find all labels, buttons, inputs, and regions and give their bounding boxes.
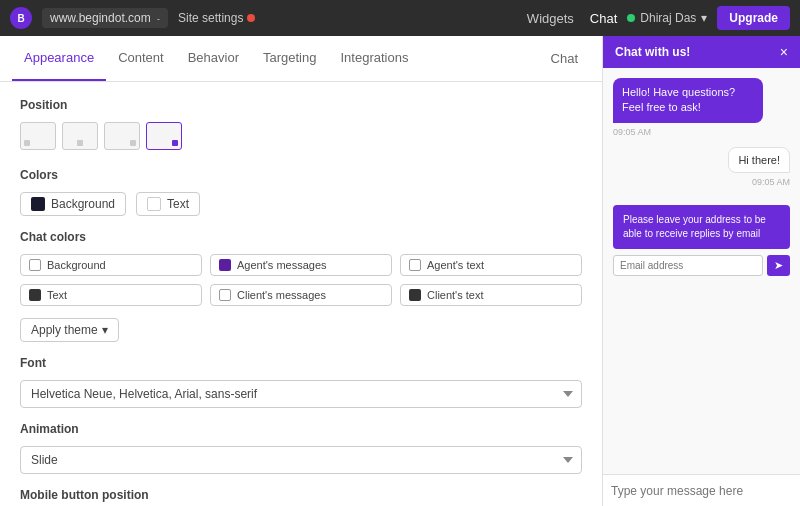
tab-appearance[interactable]: Appearance (12, 36, 106, 81)
url-text: www.begindot.com (50, 11, 151, 25)
chat-colors-label: Chat colors (20, 230, 582, 244)
font-label: Font (20, 356, 582, 370)
agent-msg-picker[interactable]: Agent's messages (210, 254, 392, 276)
main-layout: Appearance Content Behavior Targeting In… (0, 36, 800, 506)
colors-label: Colors (20, 168, 582, 182)
chevron-down-icon: ▾ (701, 11, 707, 25)
site-settings-label: Site settings (178, 11, 243, 25)
mobile-button-label: Mobile button position (20, 488, 582, 502)
chat-color-grid: Background Agent's messages Agent's text… (20, 254, 582, 306)
position-bottom-center[interactable] (62, 122, 98, 150)
tab-behavior[interactable]: Behavior (176, 36, 251, 81)
agent-msg-label: Agent's messages (237, 259, 327, 271)
text-swatch (147, 197, 161, 211)
apply-theme-label: Apply theme (31, 323, 98, 337)
position-label: Position (20, 98, 582, 112)
nav-widgets[interactable]: Widgets (527, 11, 574, 26)
position-bottom-right-outline[interactable] (104, 122, 140, 150)
agent-message-1: Hello! Have questions? Feel free to ask! (613, 78, 763, 123)
site-settings-dot (247, 14, 255, 22)
chat-email-input-row: ➤ (613, 255, 790, 276)
chat-email-prompt: Please leave your address to be able to … (613, 205, 790, 249)
chat-bg-label: Background (47, 259, 106, 271)
colors-row: Background Text (20, 192, 582, 216)
tab-integrations[interactable]: Integrations (328, 36, 420, 81)
client-msg-label: Client's messages (237, 289, 326, 301)
chat-message-input[interactable] (611, 484, 792, 498)
nav-links: Widgets Chat (527, 11, 617, 26)
text-label: Text (167, 197, 189, 211)
logo-icon: B (10, 7, 32, 29)
client-text-picker[interactable]: Client's text (400, 284, 582, 306)
animation-select[interactable]: Slide (20, 446, 582, 474)
background-color-picker[interactable]: Background (20, 192, 126, 216)
chat-text-label: Text (47, 289, 67, 301)
chat-close-button[interactable]: × (780, 44, 788, 60)
agent-text-picker[interactable]: Agent's text (400, 254, 582, 276)
tab-targeting[interactable]: Targeting (251, 36, 328, 81)
chat-bg-swatch (29, 259, 41, 271)
colors-section: Colors Background Text (20, 168, 582, 216)
text-color-picker[interactable]: Text (136, 192, 200, 216)
chat-panel-title: Chat with us! (615, 45, 690, 59)
background-label: Background (51, 197, 115, 211)
font-section: Font Helvetica Neue, Helvetica, Arial, s… (20, 356, 582, 408)
panel-content: Position Colors Background Text (0, 82, 602, 506)
chat-email-input[interactable] (613, 255, 763, 276)
chat-email-send-button[interactable]: ➤ (767, 255, 790, 276)
animation-label: Animation (20, 422, 582, 436)
site-settings[interactable]: Site settings (178, 11, 255, 25)
tab-content[interactable]: Content (106, 36, 176, 81)
client-msg-swatch (219, 289, 231, 301)
agent-message-time-1: 09:05 AM (613, 127, 790, 137)
username: Dhiraj Das (640, 11, 696, 25)
chat-panel-header: Chat with us! × (603, 36, 800, 68)
chat-messages-area: Hello! Have questions? Feel free to ask!… (603, 68, 800, 474)
user-message-1: Hi there! (728, 147, 790, 173)
upgrade-button[interactable]: Upgrade (717, 6, 790, 30)
chevron-down-icon: ▾ (102, 323, 108, 337)
chat-panel: Chat with us! × Hello! Have questions? F… (602, 36, 800, 506)
chat-text-picker[interactable]: Text (20, 284, 202, 306)
left-panel: Appearance Content Behavior Targeting In… (0, 36, 602, 506)
chat-bg-picker[interactable]: Background (20, 254, 202, 276)
client-text-label: Client's text (427, 289, 484, 301)
font-select[interactable]: Helvetica Neue, Helvetica, Arial, sans-s… (20, 380, 582, 408)
animation-section: Animation Slide (20, 422, 582, 474)
user-menu[interactable]: Dhiraj Das ▾ (627, 11, 707, 25)
animation-select-wrapper: Slide (20, 446, 582, 474)
minus-icon[interactable]: - (157, 13, 160, 24)
top-nav: B www.begindot.com - Site settings Widge… (0, 0, 800, 36)
chat-text-swatch (29, 289, 41, 301)
client-msg-picker[interactable]: Client's messages (210, 284, 392, 306)
agent-text-label: Agent's text (427, 259, 484, 271)
agent-text-swatch (409, 259, 421, 271)
client-text-swatch (409, 289, 421, 301)
user-message-time-1: 09:05 AM (752, 177, 790, 187)
position-bottom-left[interactable] (20, 122, 56, 150)
background-swatch (31, 197, 45, 211)
apply-theme-button[interactable]: Apply theme ▾ (20, 318, 119, 342)
chat-colors-section: Chat colors Background Agent's messages … (20, 230, 582, 342)
tabs-bar: Appearance Content Behavior Targeting In… (0, 36, 602, 82)
online-dot (627, 14, 635, 22)
mobile-button-section: Mobile button position Right (20, 488, 582, 506)
tab-chat[interactable]: Chat (539, 37, 590, 80)
url-bar[interactable]: www.begindot.com - (42, 8, 168, 28)
position-bottom-right[interactable] (146, 122, 182, 150)
position-grid (20, 122, 582, 150)
agent-msg-swatch (219, 259, 231, 271)
chat-input-bar (603, 474, 800, 506)
nav-chat[interactable]: Chat (590, 11, 617, 26)
font-select-wrapper: Helvetica Neue, Helvetica, Arial, sans-s… (20, 380, 582, 408)
